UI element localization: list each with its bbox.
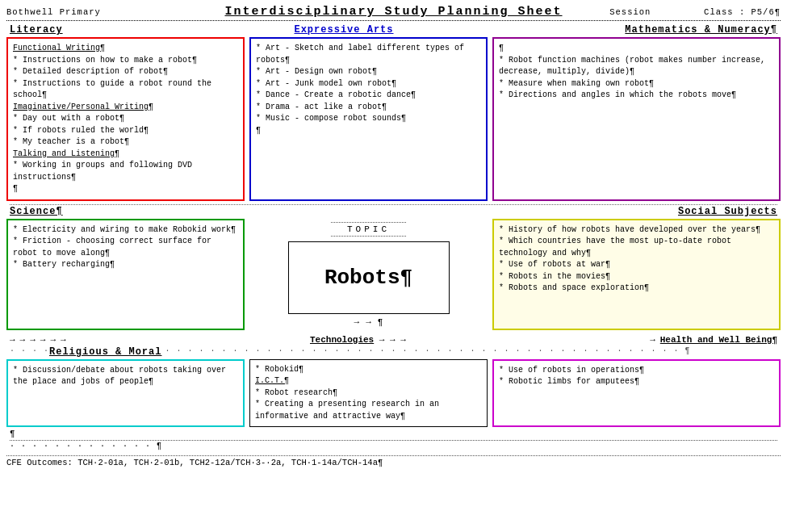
subject-labels-row3: · · · · Religious & Moral · · · · · · · … [6, 346, 781, 358]
religious-content: * Discussion/debate about robots taking … [13, 365, 238, 388]
science-label: Science¶ [10, 206, 63, 217]
ict-label: I.C.T.¶ [255, 376, 289, 385]
dotted-prefix: · · · · [10, 346, 49, 358]
subject-labels-row1: Literacy Expressive Arts Mathematics & N… [6, 24, 781, 36]
bottom-marks: ¶ [6, 427, 781, 440]
social-box: * History of how robots have developed o… [492, 219, 781, 330]
health-label: Health and Well Being¶ [660, 335, 777, 345]
arrow7: → [650, 335, 655, 345]
literacy-box: Functional Writing¶ * Instructions on ho… [6, 37, 245, 201]
maths-content: ¶ * Robot function machines (robot makes… [499, 43, 774, 102]
science-content: * Electricity and wiring to make Robokid… [13, 224, 238, 271]
arrow-left: → [354, 317, 360, 327]
arrow5: → [50, 335, 56, 345]
maths-box: ¶ * Robot function machines (robot makes… [492, 37, 781, 201]
technologies-content: * Robokid¶ I.C.T.¶ * Robot research¶ * C… [255, 364, 482, 423]
arrow-right: → [366, 317, 371, 327]
row2: * Electricity and wiring to make Robokid… [6, 219, 781, 330]
topic-box: Robots¶ [288, 241, 450, 314]
school-name: Bothwell Primary [6, 7, 101, 17]
topic-label: TOPIC [331, 222, 406, 237]
arrow4: → [40, 335, 46, 345]
expressive-label: Expressive Arts [294, 24, 393, 36]
header: Bothwell Primary Interdisciplinary Study… [6, 5, 781, 21]
literacy-imaginative: Imaginative/Personal Writing¶ [13, 103, 153, 111]
paragraph-mark: ¶ [378, 317, 383, 327]
maths-label: Mathematics & Numeracy¶ [625, 24, 777, 36]
footer: CFE Outcomes: TCH·2-01a, TCH·2-01b, TCH2… [6, 455, 781, 467]
arrow6: → [61, 335, 66, 345]
cfe-outcomes: CFE Outcomes: TCH·2-01a, TCH·2-01b, TCH2… [6, 458, 383, 467]
tech-label: Technologies → → → [71, 335, 646, 345]
social-content: * History of how robots have developed o… [499, 224, 774, 295]
subject-labels-row2: Science¶ Social Subjects [6, 206, 781, 217]
arrow3: → [30, 335, 36, 345]
health-content: * Use of robots in operations¶ * Robotic… [499, 365, 774, 388]
literacy-talking: Talking and Listening¶ [13, 149, 119, 158]
health-box: * Use of robots in operations¶ * Robotic… [492, 359, 781, 428]
religious-box: * Discussion/debate about robots taking … [6, 359, 245, 428]
topic-arrows: → → ¶ [354, 317, 383, 327]
literacy-content: Functional Writing¶ * Instructions on ho… [13, 43, 238, 195]
separator-1 [10, 204, 777, 205]
page: Bothwell Primary Interdisciplinary Study… [0, 0, 787, 532]
social-label: Social Subjects [678, 206, 777, 217]
arrows-row: → → → → → → Technologies → → → → Health … [6, 333, 781, 346]
literacy-label: Literacy [10, 24, 63, 36]
religious-label: Religious & Moral [49, 346, 161, 358]
arrow2: → [20, 335, 26, 345]
header-class: Session Class : P5/6¶ [609, 7, 781, 17]
row4: * Discussion/debate about robots taking … [6, 359, 781, 428]
dotted-bottom-line: · · · · · · · · · · · · · ¶ [10, 440, 777, 450]
literacy-functional-writing: Functional Writing¶ [13, 44, 105, 52]
science-box: * Electricity and wiring to make Robokid… [6, 219, 245, 330]
technologies-box: * Robokid¶ I.C.T.¶ * Robot research¶ * C… [249, 359, 488, 428]
expressive-box: * Art - Sketch and label different types… [249, 37, 488, 201]
row1: Functional Writing¶ * Instructions on ho… [6, 37, 781, 201]
arrow1: → [10, 335, 15, 345]
dotted-suffix: · · · · · · · · · · · · · · · · · · · · … [165, 346, 690, 358]
expressive-content: * Art - Sketch and label different types… [256, 43, 481, 136]
topic-section: TOPIC Robots¶ → → ¶ [249, 219, 488, 330]
page-title: Interdisciplinary Study Planning Sheet [224, 5, 562, 19]
